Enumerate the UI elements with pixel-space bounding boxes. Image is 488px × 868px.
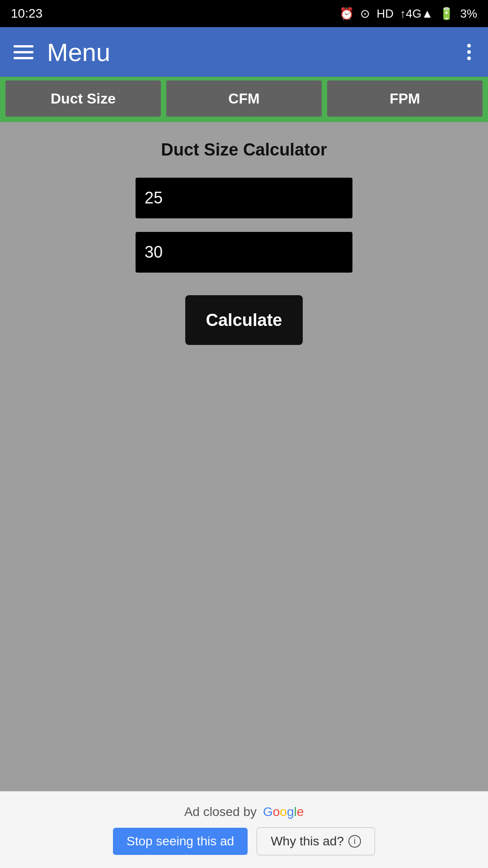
cast-icon: ⊙: [360, 7, 370, 21]
ad-actions: Stop seeing this ad Why this ad? i: [113, 827, 375, 855]
why-this-ad-button[interactable]: Why this ad? i: [257, 827, 375, 855]
ad-closed-text: Ad closed by: [184, 805, 257, 819]
calculate-button[interactable]: Calculate: [185, 295, 303, 345]
ad-google-logo: Google: [263, 805, 304, 819]
app-bar: Menu: [0, 27, 488, 77]
more-options-icon[interactable]: [464, 40, 474, 64]
tab-bar: Duct Size CFM FPM: [0, 77, 488, 122]
signal-icon: ↑4G▲: [400, 7, 433, 21]
input-field-1[interactable]: [136, 178, 352, 218]
hd-icon: HD: [376, 7, 394, 21]
tab-fpm[interactable]: FPM: [327, 80, 483, 117]
status-right: ⏰ ⊙ HD ↑4G▲ 🔋 3%: [339, 7, 477, 21]
battery-icon: 🔋: [439, 7, 454, 21]
stop-seeing-this-ad-button[interactable]: Stop seeing this ad: [113, 828, 248, 855]
alarm-icon: ⏰: [339, 7, 354, 21]
calculator-title: Duct Size Calculator: [161, 140, 327, 160]
main-content: Duct Size Calculator Calculate: [0, 122, 488, 363]
ad-closed-row: Ad closed by Google: [184, 805, 304, 819]
info-icon: i: [348, 835, 361, 848]
battery-percent: 3%: [460, 7, 477, 21]
hamburger-icon[interactable]: [14, 45, 33, 59]
input-field-2[interactable]: [136, 232, 352, 273]
ad-banner: Ad closed by Google Stop seeing this ad …: [0, 791, 488, 868]
app-title: Menu: [47, 38, 450, 67]
why-this-ad-label: Why this ad?: [271, 834, 344, 849]
status-time: 10:23: [11, 6, 42, 21]
tab-cfm[interactable]: CFM: [166, 80, 322, 117]
tab-duct-size[interactable]: Duct Size: [5, 80, 161, 117]
status-bar: 10:23 ⏰ ⊙ HD ↑4G▲ 🔋 3%: [0, 0, 488, 27]
